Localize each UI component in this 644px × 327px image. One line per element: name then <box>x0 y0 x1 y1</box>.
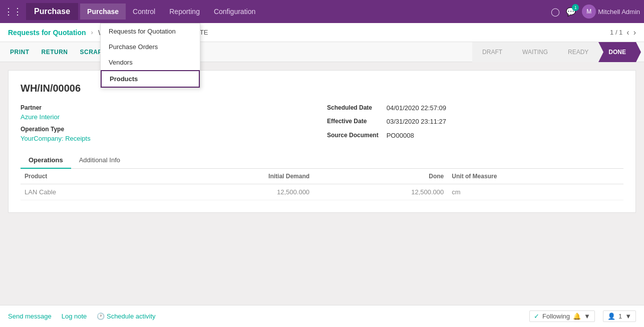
tabs: Operations Additional Info <box>21 152 623 169</box>
operations-table: Product Initial Demand Done Unit of Meas… <box>21 169 623 200</box>
row-uom: cm <box>448 184 623 200</box>
sub-header: Requests for Quotation › WH/IN/00006 EDI… <box>0 23 644 42</box>
tab-operations[interactable]: Operations <box>21 152 71 169</box>
return-button[interactable]: RETURN <box>40 49 70 56</box>
status-ready[interactable]: READY <box>558 42 598 62</box>
status-draft[interactable]: DRAFT <box>472 42 512 62</box>
action-bar: PRINT RETURN SCRAP Print ▼ Action ▼ DRAF… <box>0 42 644 62</box>
tab-additional-info[interactable]: Additional Info <box>71 152 128 169</box>
page-count: 1 / 1 <box>610 29 622 36</box>
effective-date-label: Effective Date <box>327 118 379 125</box>
help-icon[interactable]: ◯ <box>551 7 560 17</box>
source-document-label: Source Document <box>327 132 379 139</box>
operation-type-value[interactable]: YourCompany: Receipts <box>21 135 317 142</box>
messages-icon[interactable]: 💬 1 <box>566 7 576 17</box>
scheduled-date-value: 04/01/2020 22:57:09 <box>387 104 623 112</box>
user-name: Mitchell Admin <box>598 8 640 16</box>
apps-icon[interactable]: ⋮⋮ <box>4 6 22 17</box>
source-document-value: PO00008 <box>387 132 623 139</box>
main-content: WH/IN/00006 Partner Azure Interior Opera… <box>0 62 644 221</box>
avatar: M <box>582 5 596 19</box>
dropdown-rfq[interactable]: Requests for Quotation <box>101 24 200 39</box>
partner-field: Partner Azure Interior <box>21 104 317 121</box>
breadcrumb-separator: › <box>91 29 93 36</box>
user-menu[interactable]: M Mitchell Admin <box>582 5 640 19</box>
app-title[interactable]: Purchase <box>26 3 78 20</box>
col-product: Product <box>21 169 151 184</box>
prev-page-button[interactable]: ‹ <box>626 28 629 37</box>
effective-date-value: 03/31/2020 23:11:27 <box>387 118 623 125</box>
col-initial-demand: Initial Demand <box>151 169 313 184</box>
status-bar: DRAFT WAITING READY DONE <box>472 42 636 62</box>
row-initial-demand: 12,500.000 <box>151 184 313 200</box>
operation-type-label: Operation Type <box>21 126 317 133</box>
form-row-fields: Partner Azure Interior Operation Type Yo… <box>21 104 623 142</box>
purchase-dropdown: Requests for Quotation Purchase Orders V… <box>100 23 200 88</box>
top-navigation: ⋮⋮ Purchase Purchase Control Reporting C… <box>0 0 644 23</box>
col-done: Done <box>313 169 448 184</box>
status-waiting[interactable]: WAITING <box>512 42 558 62</box>
next-page-button[interactable]: › <box>633 28 636 37</box>
nav-purchase[interactable]: Purchase <box>80 4 126 20</box>
row-product: LAN Cable <box>21 184 151 200</box>
right-icons: ◯ 💬 1 M Mitchell Admin <box>551 5 640 19</box>
left-fields: Partner Azure Interior Operation Type Yo… <box>21 104 317 142</box>
nav-configuration[interactable]: Configuration <box>207 4 262 20</box>
status-done[interactable]: DONE <box>598 42 636 62</box>
form-card: WH/IN/00006 Partner Azure Interior Opera… <box>8 70 636 213</box>
dropdown-purchase-orders[interactable]: Purchase Orders <box>101 39 200 55</box>
partner-label: Partner <box>21 104 317 111</box>
row-done: 12,500.000 <box>313 184 448 200</box>
nav-reporting[interactable]: Reporting <box>162 4 207 20</box>
print-button[interactable]: PRINT <box>8 49 32 56</box>
partner-value[interactable]: Azure Interior <box>21 113 317 121</box>
table-row[interactable]: LAN Cable 12,500.000 12,500.000 cm <box>21 184 623 200</box>
breadcrumb-parent[interactable]: Requests for Quotation <box>8 29 86 37</box>
messages-badge: 1 <box>572 4 579 11</box>
nav-control[interactable]: Control <box>126 4 162 20</box>
col-uom: Unit of Measure <box>448 169 623 184</box>
dropdown-vendors[interactable]: Vendors <box>101 55 200 70</box>
dropdown-products[interactable]: Products <box>101 70 200 88</box>
page-navigation: 1 / 1 ‹ › <box>610 28 636 37</box>
scheduled-date-label: Scheduled Date <box>327 104 379 111</box>
right-fields: Scheduled Date 04/01/2020 22:57:09 Effec… <box>327 104 623 142</box>
operation-type-field: Operation Type YourCompany: Receipts <box>21 126 317 142</box>
